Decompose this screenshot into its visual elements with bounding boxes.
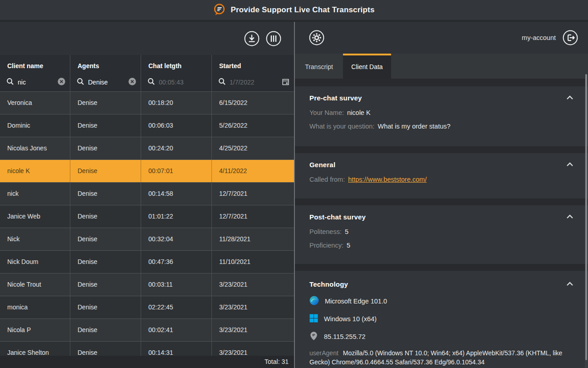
table-cell: Nicola P <box>0 319 70 341</box>
table-cell: Denise <box>70 160 141 182</box>
table-cell: Dominic <box>0 114 70 137</box>
field-question: What is your question:What is my order s… <box>309 123 573 130</box>
table-cell: nicole K <box>0 160 70 182</box>
scrollbar-thumb[interactable] <box>585 74 587 360</box>
column-header-agents[interactable]: Agents <box>70 55 141 73</box>
svg-text:IP: IP <box>312 333 315 337</box>
browser-value: Microsoft Edge 101.0 <box>325 298 387 305</box>
field-politeness: Politeness:5 <box>309 228 573 235</box>
called-from-link[interactable]: https://www.beststore.com/ <box>348 176 426 183</box>
table-cell: 00:14:58 <box>141 183 212 205</box>
titlebar: Provide Support Live Chat Transcripts <box>0 0 588 22</box>
table-row[interactable]: NickDenise00:32:0411/28/2021 <box>0 228 294 250</box>
ip-row: IP 85.115.255.72 <box>309 331 573 342</box>
download-icon[interactable] <box>244 31 260 46</box>
filter-client-name <box>0 73 70 91</box>
windows-icon <box>309 314 318 324</box>
table-cell: 5/26/2022 <box>212 114 294 137</box>
field-called-from: Called from:https://www.beststore.com/ <box>309 176 573 183</box>
table-row[interactable]: VeronicaDenise00:18:206/15/2022 <box>0 91 294 114</box>
table-header: Client name <box>0 55 294 91</box>
column-client-name: Client name <box>0 55 70 91</box>
search-icon <box>218 78 225 87</box>
table-cell: 01:01:22 <box>141 205 212 228</box>
section-title: General <box>309 161 335 169</box>
detail-panel: my-account Transcript Client Data Pre-ch… <box>294 22 588 368</box>
table-row[interactable]: nicole KDenise00:07:014/11/2022 <box>0 159 294 182</box>
table-row[interactable]: Nick DoumDenise00:47:3611/10/2021 <box>0 250 294 273</box>
search-icon <box>6 78 14 87</box>
table-cell: 02:22:45 <box>141 296 212 318</box>
search-icon <box>147 78 155 87</box>
gear-icon[interactable] <box>309 30 324 45</box>
column-started: Started <box>212 55 294 91</box>
table-cell: Denise <box>70 296 141 318</box>
table-row[interactable]: Nicole TroutDenise00:03:113/23/2021 <box>0 273 294 296</box>
user-agent-label: userAgent <box>309 349 338 357</box>
edge-browser-icon <box>309 296 319 307</box>
chevron-up-icon[interactable] <box>566 160 573 169</box>
chat-length-filter-input[interactable] <box>159 79 207 86</box>
filter-started <box>212 73 294 91</box>
os-row: Windows 10 (x64) <box>309 313 573 324</box>
table-body: VeronicaDenise00:18:206/15/2022DominicDe… <box>0 91 294 364</box>
client-name-filter-input[interactable] <box>18 79 54 86</box>
section-post-chat-survey: Post-chat survey Politeness:5 Proficienc… <box>295 205 588 264</box>
main-panels: Client name <box>0 22 588 368</box>
columns-icon[interactable] <box>266 31 281 46</box>
chevron-up-icon[interactable] <box>566 213 573 221</box>
chevron-up-icon[interactable] <box>566 94 573 102</box>
table-cell: Nick <box>0 228 70 250</box>
ip-value: 85.115.255.72 <box>324 333 366 340</box>
calendar-icon[interactable] <box>282 78 289 87</box>
table-cell: Denise <box>70 114 141 137</box>
table-row[interactable]: monicaDenise02:22:453/23/2021 <box>0 296 294 318</box>
column-header-chat-length[interactable]: Chat letgth <box>141 55 211 73</box>
table-cell: 12/7/2021 <box>212 205 294 228</box>
table-cell: 3/23/2021 <box>212 296 294 318</box>
total-count: Total: 31 <box>265 358 289 365</box>
logout-icon[interactable] <box>563 30 578 45</box>
table-cell: Denise <box>70 251 141 273</box>
table-footer: Total: 31 <box>0 356 294 368</box>
table-cell: 11/28/2021 <box>212 228 294 250</box>
started-filter-input[interactable] <box>230 79 278 86</box>
filter-chat-length <box>141 73 211 91</box>
tabs: Transcript Client Data <box>295 54 588 79</box>
clear-filter-icon[interactable] <box>128 78 136 87</box>
search-icon <box>77 78 84 87</box>
page-title: Provide Support Live Chat Transcripts <box>230 5 374 15</box>
table-cell: 00:02:41 <box>141 319 212 341</box>
field-proficiency: Proficiency:5 <box>309 242 573 249</box>
left-toolbar <box>0 22 294 55</box>
column-header-client-name[interactable]: Client name <box>0 55 70 73</box>
table-cell: 00:18:20 <box>141 92 212 114</box>
section-pre-chat-survey: Pre-chat survey Your Name:nicole K What … <box>295 86 588 146</box>
table-row[interactable]: Nicola PDenise00:02:413/23/2021 <box>0 318 294 341</box>
table-cell: 3/23/2021 <box>212 319 294 341</box>
table-row[interactable]: nickDenise00:14:5812/7/2021 <box>0 182 294 205</box>
table-cell: Nicole Trout <box>0 274 70 296</box>
agents-filter-input[interactable] <box>88 79 124 86</box>
browser-row: Microsoft Edge 101.0 <box>309 296 573 307</box>
table-cell: 00:32:04 <box>141 228 212 250</box>
tab-transcript[interactable]: Transcript <box>295 54 343 79</box>
chevron-up-icon[interactable] <box>566 280 573 288</box>
table-row[interactable]: Nicolas JonesDenise00:24:204/25/2022 <box>0 137 294 159</box>
table-row[interactable]: DominicDenise00:06:035/26/2022 <box>0 114 294 137</box>
column-header-started[interactable]: Started <box>212 55 294 73</box>
table-cell: 12/7/2021 <box>212 183 294 205</box>
table-cell: 4/11/2022 <box>212 160 294 182</box>
table-cell: Denise <box>70 137 141 159</box>
table-cell: 00:06:03 <box>141 114 212 137</box>
table-cell: Denise <box>70 205 141 228</box>
user-agent-value: Mozilla/5.0 (Windows NT 10.0; Win64; x64… <box>309 349 562 366</box>
table-cell: 00:03:11 <box>141 274 212 296</box>
os-value: Windows 10 (x64) <box>324 315 377 323</box>
account-name[interactable]: my-account <box>522 34 556 41</box>
table-row[interactable]: Janice WebDenise01:01:2212/7/2021 <box>0 205 294 228</box>
tab-client-data[interactable]: Client Data <box>343 54 391 79</box>
table-cell: 00:24:20 <box>141 137 212 159</box>
table-cell: 4/25/2022 <box>212 137 294 159</box>
clear-filter-icon[interactable] <box>58 78 65 87</box>
